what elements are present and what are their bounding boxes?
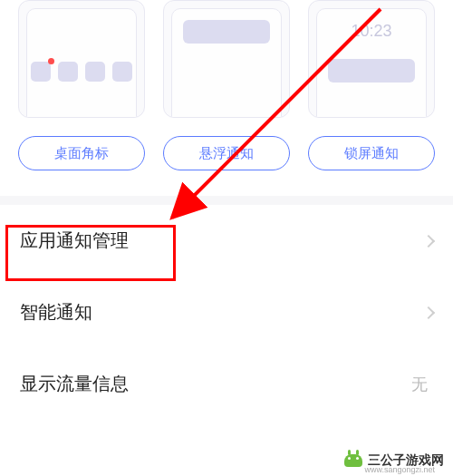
chevron-right-icon: [422, 234, 435, 247]
list-item-value: 无: [411, 375, 428, 393]
smart-notification-item[interactable]: 智能通知: [0, 277, 453, 348]
lock-bar-icon: [328, 59, 415, 83]
floating-bar-icon: [183, 20, 270, 44]
list-item-label: 应用通知管理: [20, 228, 129, 253]
lock-time: 10:23: [317, 22, 426, 41]
desktop-badge-button[interactable]: 桌面角标: [18, 136, 145, 170]
notification-style-buttons: 桌面角标 悬浮通知 锁屏通知: [0, 118, 453, 180]
chevron-right-icon: [422, 306, 435, 318]
watermark: 三公子游戏网 www.sangongzi.net: [344, 452, 444, 469]
preview-floating-notification[interactable]: [163, 0, 290, 118]
badge-dot-icon: [48, 58, 54, 64]
lockscreen-notification-button[interactable]: 锁屏通知: [308, 136, 435, 170]
floating-notification-button[interactable]: 悬浮通知: [163, 136, 290, 170]
preview-desktop-badge[interactable]: [18, 0, 145, 118]
android-icon: [344, 454, 362, 467]
app-notification-management-item[interactable]: 应用通知管理: [0, 205, 453, 277]
watermark-url: www.sangongzi.net: [364, 465, 435, 474]
show-traffic-info-item[interactable]: 显示流量信息 无: [0, 348, 453, 420]
preview-lockscreen-notification[interactable]: 10:23: [308, 0, 435, 118]
list-item-label: 智能通知: [20, 300, 92, 325]
section-divider: [0, 196, 453, 205]
list-item-label: 显示流量信息: [20, 372, 129, 396]
notification-style-previews: 10:23: [0, 0, 453, 118]
